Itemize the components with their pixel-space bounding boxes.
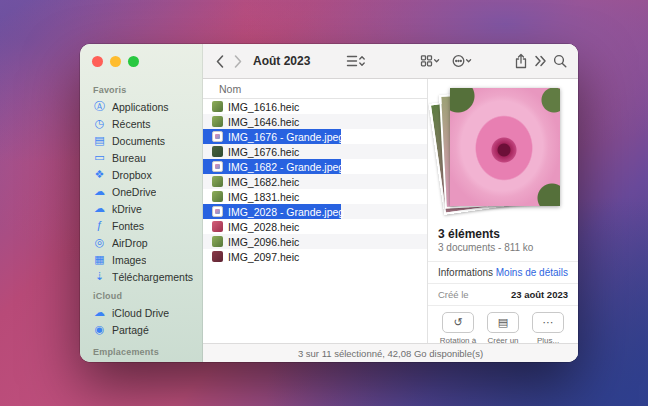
applications-icon: Ⓐ [93, 101, 106, 112]
sidebar-item-applications[interactable]: Ⓐ Applications [80, 98, 202, 115]
selection-size: 3 documents - 811 ko [428, 242, 578, 261]
flower-photo-preview [450, 88, 560, 206]
file-row[interactable]: IMG_2097.heic [203, 249, 427, 264]
share-icon [514, 53, 528, 69]
file-row[interactable]: IMG_1682 - Grande.jpeg [203, 159, 427, 174]
file-row[interactable]: IMG_1831.heic [203, 189, 427, 204]
forward-button[interactable] [229, 52, 247, 71]
search-button[interactable] [550, 52, 570, 70]
file-row[interactable]: IMG_1676.heic [203, 144, 427, 159]
fonts-icon: ƒ [93, 220, 106, 231]
column-header-name: Nom [203, 83, 241, 95]
toggle-details-link[interactable]: Moins de détails [496, 267, 568, 278]
file-list-pane: Nom IMG_1616.heic IMG_1646.heic IMG_1676… [203, 79, 427, 343]
quick-actions: ↺ Rotation à gauche ▤ Créer un PDF ⋯ Plu… [428, 305, 578, 343]
search-icon [553, 54, 567, 68]
desktop-wallpaper: Favoris Ⓐ Applications ◷ Récents ▤ Docum… [0, 0, 648, 406]
created-label: Créé le [438, 289, 469, 300]
file-row[interactable]: IMG_1646.heic [203, 114, 427, 129]
status-bar: 3 sur 11 sélectionné, 42,08 Go disponibl… [203, 343, 578, 362]
sidebar-item-bureau[interactable]: ▭ Bureau [80, 149, 202, 166]
created-value: 23 août 2023 [511, 289, 568, 300]
heic-thumbnail-icon [212, 176, 223, 187]
sidebar-section-label: iCloud [80, 285, 202, 304]
heic-thumbnail-icon [212, 101, 223, 112]
create-pdf-icon: ▤ [487, 312, 519, 333]
main-area: Août 2023 [203, 44, 578, 362]
icloud-drive-icon: ☁ [93, 307, 106, 318]
view-mode-button[interactable] [343, 52, 370, 70]
heic-thumbnail-icon [212, 221, 223, 232]
kdrive-cloud-icon: ☁ [93, 203, 106, 214]
jpeg-file-icon [212, 161, 223, 172]
close-button[interactable] [92, 56, 103, 67]
status-text: 3 sur 11 sélectionné, 42,08 Go disponibl… [298, 348, 483, 359]
heic-thumbnail-icon [212, 251, 223, 262]
sidebar-item-documents[interactable]: ▤ Documents [80, 132, 202, 149]
toolbar-overflow-button[interactable] [531, 52, 550, 70]
sidebar-item-kdrive[interactable]: ☁ kDrive [80, 200, 202, 217]
airdrop-icon: ◎ [93, 237, 106, 248]
quick-action-rotation-a-gauche[interactable]: ↺ Rotation à gauche [436, 312, 480, 343]
zoom-button[interactable] [128, 56, 139, 67]
sidebar-item-airdrop[interactable]: ◎ AirDrop [80, 234, 202, 251]
window-controls [80, 44, 202, 71]
file-row[interactable]: IMG_2028 - Grande.jpeg [203, 204, 427, 219]
finder-window: Favoris Ⓐ Applications ◷ Récents ▤ Docum… [80, 44, 578, 362]
shared-folder-icon: ◉ [93, 324, 106, 335]
sidebar-item-onedrive[interactable]: ☁ OneDrive [80, 183, 202, 200]
sidebar-section-label: Favoris [80, 79, 202, 98]
heic-thumbnail-icon [212, 191, 223, 202]
more-options-button[interactable] [449, 52, 475, 70]
more-options-icon [452, 54, 472, 68]
heic-thumbnail-icon [212, 116, 223, 127]
list-column-header[interactable]: Nom [203, 79, 427, 99]
images-icon: ▦ [93, 254, 106, 265]
more-actions-icon: ⋯ [532, 312, 564, 333]
dropbox-icon: ❖ [93, 169, 106, 180]
sidebar-item-fontes[interactable]: ƒ Fontes [80, 217, 202, 234]
sidebar-item-dropbox[interactable]: ❖ Dropbox [80, 166, 202, 183]
file-list: IMG_1616.heic IMG_1646.heic IMG_1676 - G… [203, 99, 427, 343]
sidebar-item-icloud-drive[interactable]: ☁ iCloud Drive [80, 304, 202, 321]
jpeg-file-icon [212, 131, 223, 142]
file-row[interactable]: IMG_2096.heic [203, 234, 427, 249]
toolbar-overflow-icon [534, 54, 547, 68]
share-button[interactable] [511, 51, 531, 71]
sidebar-item-recents[interactable]: ◷ Récents [80, 115, 202, 132]
jpeg-file-icon [212, 206, 223, 217]
informations-label: Informations [438, 267, 493, 278]
minimize-button[interactable] [110, 56, 121, 67]
sidebar-item-partage[interactable]: ◉ Partagé [80, 321, 202, 338]
downloads-icon: ⇣ [93, 271, 106, 282]
heic-thumbnail-icon [212, 236, 223, 247]
recents-clock-icon: ◷ [93, 118, 106, 129]
quick-action-creer-un-pdf[interactable]: ▤ Créer un PDF [481, 312, 525, 343]
documents-icon: ▤ [93, 135, 106, 146]
sidebar-item-images[interactable]: ▦ Images [80, 251, 202, 268]
window-title: Août 2023 [253, 54, 310, 68]
sidebar-section-label: Emplacements [80, 341, 202, 360]
sidebar-sections: Favoris Ⓐ Applications ◷ Récents ▤ Docum… [80, 71, 202, 362]
desktop-icon: ▭ [93, 152, 106, 163]
sidebar-item-telechargements[interactable]: ⇣ Téléchargements [80, 268, 202, 285]
file-row[interactable]: IMG_1616.heic [203, 99, 427, 114]
onedrive-cloud-icon: ☁ [93, 186, 106, 197]
preview-thumbnail-stack [428, 87, 578, 217]
selection-count: 3 éléments [428, 217, 578, 242]
heic-thumbnail-icon [212, 146, 223, 157]
back-button[interactable] [211, 52, 229, 71]
toolbar: Août 2023 [203, 44, 578, 79]
group-by-icon [420, 54, 440, 68]
sidebar: Favoris Ⓐ Applications ◷ Récents ▤ Docum… [80, 44, 203, 362]
list-view-icon [346, 54, 367, 68]
group-by-button[interactable] [417, 52, 443, 70]
rotate-left-icon: ↺ [442, 312, 474, 333]
file-row[interactable]: IMG_1682.heic [203, 174, 427, 189]
file-row[interactable]: IMG_2028.heic [203, 219, 427, 234]
preview-pane: 3 éléments 3 documents - 811 ko Informat… [427, 79, 578, 343]
quick-action-plus[interactable]: ⋯ Plus... [526, 312, 570, 343]
file-row[interactable]: IMG_1676 - Grande.jpeg [203, 129, 427, 144]
